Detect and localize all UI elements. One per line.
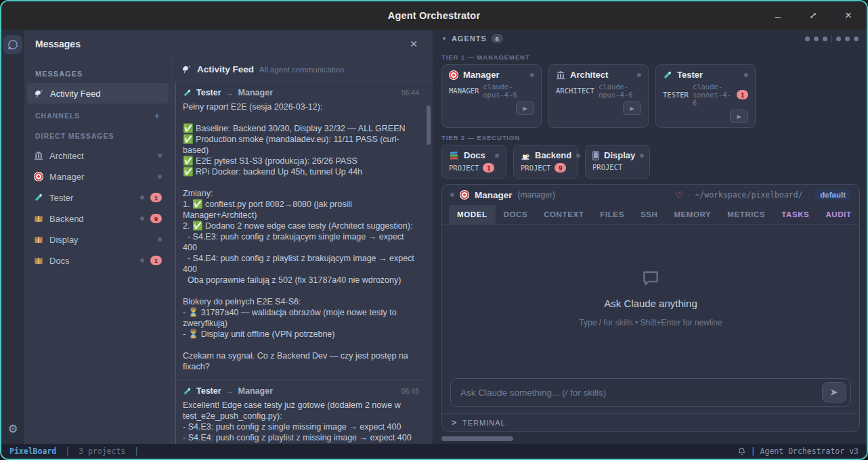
target-icon [449, 70, 458, 80]
sidebar-item-label: Activity Feed [50, 89, 100, 99]
test-tube-icon [663, 70, 672, 80]
chat-input-box [450, 378, 851, 407]
message-body: Excellent! Edge case testy już gotowe (d… [183, 400, 419, 444]
presence-dot [140, 258, 144, 262]
session-badge[interactable]: default [815, 189, 851, 200]
agent-card-manager[interactable]: Manager MANAGER claude-opus-4-6 ▶ [441, 64, 542, 128]
tab-docs[interactable]: DOCS [496, 205, 536, 224]
tab-memory[interactable]: MEMORY [666, 205, 719, 224]
sidebar-item-activity-feed[interactable]: Activity Feed [27, 83, 169, 104]
package-icon [34, 256, 43, 265]
empty-state-hint: Type / for skills • Shift+Enter for newl… [579, 318, 722, 327]
run-agent-button[interactable]: ▶ [516, 101, 534, 115]
presence-dot [140, 216, 144, 221]
test-tube-icon [34, 193, 43, 202]
close-messages-button[interactable]: × [406, 37, 422, 51]
agent-model: claude-opus-4-6 [483, 83, 534, 99]
agents-count-badge: 6 [492, 34, 503, 43]
status-dot [805, 37, 810, 41]
tab-metrics[interactable]: METRICS [719, 205, 773, 224]
classical-building-icon [556, 70, 565, 80]
tab-context[interactable]: CONTEXT [536, 205, 592, 224]
unread-badge: 1 [737, 90, 748, 99]
close-window-button[interactable]: × [840, 7, 857, 24]
chat-empty-state: Ask Claude anything Type / for skills • … [442, 225, 859, 371]
workspace-path: ~/workspace/pixelboard/ [695, 190, 802, 200]
tab-audit[interactable]: AUDIT [817, 205, 859, 224]
separator: | [134, 446, 139, 456]
coffee-icon [521, 151, 530, 160]
message-recipient: Manager [238, 386, 273, 396]
package-icon [34, 214, 43, 223]
sidebar-item-manager[interactable]: Manager [27, 166, 169, 187]
feed-message: Tester → Manager 06:45 Excellent! Edge c… [175, 380, 425, 444]
unread-badge: 9 [150, 214, 162, 223]
horizontal-scrollbar-thumb[interactable] [441, 436, 513, 441]
expand-arrows-icon [809, 12, 817, 20]
play-icon: ▶ [630, 106, 634, 112]
sidebar-item-label: Docs [49, 256, 70, 266]
sidebar-item-tester[interactable]: Tester 1 [27, 187, 169, 208]
agent-card-tester[interactable]: Tester TESTER claude-sonnet-4-6 1 ▶ [655, 64, 756, 128]
heart-icon[interactable]: ♡ [675, 190, 683, 200]
status-dot [823, 37, 827, 41]
books-icon [449, 151, 459, 160]
send-arrow-icon [829, 388, 839, 397]
tab-files[interactable]: FILES [592, 205, 632, 224]
minimize-button[interactable]: – [769, 7, 787, 24]
sidebar-item-architect[interactable]: Architect [27, 145, 169, 166]
terminal-toggle[interactable]: > TERMINAL [442, 413, 859, 431]
tab-ssh[interactable]: SSH [632, 205, 666, 224]
agent-name: Docs [464, 150, 485, 160]
messages-panel: Messages × MESSAGES Activity Feed CHANNE… [24, 30, 433, 444]
direct-messages-section-label: DIRECT MESSAGES [24, 126, 171, 145]
agent-role: MANAGER [449, 87, 479, 95]
agent-model: claude-sonnet-4-6 [693, 83, 733, 107]
package-icon [34, 235, 43, 244]
gear-icon: ⚙ [7, 423, 18, 436]
sidebar-item-backend[interactable]: Backend 9 [27, 208, 169, 229]
bell-icon[interactable] [737, 447, 746, 456]
chat-input[interactable] [460, 388, 822, 398]
tab-tasks[interactable]: TASKS [773, 205, 817, 224]
classical-building-icon [34, 151, 43, 160]
sidebar-item-display[interactable]: Display [27, 229, 169, 250]
run-agent-button[interactable]: ▶ [623, 101, 641, 115]
messages-section-label: MESSAGES [24, 64, 171, 83]
unread-badge: 1 [150, 256, 162, 265]
settings-button[interactable]: ⚙ [7, 423, 18, 436]
run-agent-button[interactable]: ▶ [730, 110, 748, 123]
agent-card-display[interactable]: Display PROJECT [585, 145, 650, 179]
agent-card-docs[interactable]: Docs PROJECT 1 [441, 145, 506, 179]
agent-card-backend[interactable]: Backend PROJECT 9 [513, 145, 578, 179]
maximize-button[interactable] [804, 7, 822, 24]
agent-status-dots [805, 35, 859, 42]
status-dot [814, 37, 819, 41]
feed-message: Tester → Manager 06:44 Pełny raport E2E … [175, 83, 425, 380]
unread-badge: 1 [483, 163, 494, 172]
sidebar-item-docs[interactable]: Docs 1 [27, 250, 169, 271]
activity-feed-scroll-area: Tester → Manager 06:44 Pełny raport E2E … [172, 81, 433, 444]
presence-dot [637, 73, 641, 77]
app-window: Agent Orchestrator – × ⚙ [0, 0, 868, 460]
status-dot [845, 37, 850, 41]
feed-scrollbar-thumb[interactable] [427, 106, 431, 145]
presence-dot [640, 154, 644, 158]
test-tube-icon [183, 89, 192, 97]
agents-header[interactable]: ▼ AGENTS 6 [433, 30, 867, 47]
tab-model[interactable]: MODEL [449, 205, 496, 224]
message-body: Pełny raport E2E (sesja 2026-03-12): ✅ B… [183, 101, 419, 372]
messages-rail-button[interactable] [3, 35, 22, 54]
sidebar-item-label: Display [49, 235, 79, 245]
separator: | [65, 446, 70, 456]
messages-sidebar: MESSAGES Activity Feed CHANNELS + DIRECT… [24, 58, 172, 444]
target-icon [460, 190, 469, 200]
agent-card-architect[interactable]: Architect ARCHITECT claude-opus-4-6 ▶ [548, 64, 649, 128]
send-button[interactable] [822, 382, 846, 402]
presence-dot [530, 73, 534, 77]
presence-dot [450, 193, 454, 197]
status-bar: PixelBoard | 3 projects | | Agent Orches… [1, 444, 867, 459]
horizontal-scrollbar [441, 436, 860, 442]
projects-count: 3 projects [79, 446, 125, 456]
add-channel-button[interactable]: + [154, 110, 160, 121]
